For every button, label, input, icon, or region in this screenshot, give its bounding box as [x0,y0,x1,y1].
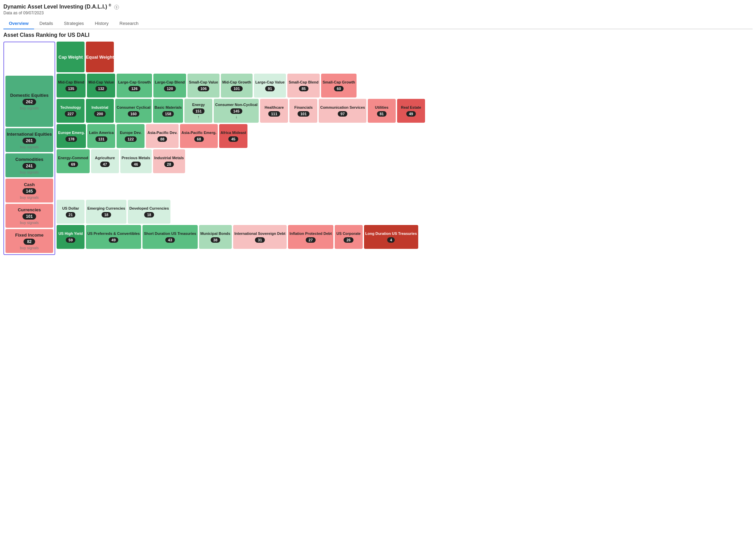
left-column: Domestic Equities 262 buy signals Intern… [3,42,55,255]
cell-asia-pacific-dev[interactable]: Asia-Pacific Dev. 88 [146,124,179,148]
fixed-income-badge: 82 [24,239,35,245]
tab-research[interactable]: Research [114,18,144,29]
intl-equities-badge: 261 [22,138,36,144]
left-item-cash[interactable]: Cash 145 buy signals [5,179,53,202]
title-text: Dynamic Asset Level Investing (D.A.L.I.) [3,4,107,10]
cell-communication-services[interactable]: Communication Services 97 [319,99,366,123]
cell-developed-currencies[interactable]: Developed Currencies 18 [128,200,170,224]
cell-basic-materials[interactable]: Basic Materials 158 [153,99,183,123]
intl-equities-label: International Equities [7,132,52,137]
cash-signals: buy signals [20,195,39,199]
cell-us-preferreds[interactable]: US Preferreds & Convertibles 49 [86,225,141,249]
cell-us-dollar[interactable]: US Dollar 21 [57,200,85,224]
app-title: Dynamic Asset Level Investing (D.A.L.I.)… [3,3,753,10]
cell-large-cap-growth[interactable]: Large-Cap Growth 126 [117,74,152,97]
cap-weight-header[interactable]: Cap Weight [57,42,85,72]
cell-inflation-protected-debt[interactable]: Inflation Protected Debt 27 [288,225,333,249]
cell-long-duration-treasuries[interactable]: Long Duration US Treasuries 4 [364,225,419,249]
cell-agriculture[interactable]: Agriculture 47 [91,149,119,173]
currencies-badge: 101 [22,213,36,220]
left-item-domestic-equities[interactable]: Domestic Equities 262 buy signals [5,76,53,127]
cell-precious-metals[interactable]: Precious Metals 46 [120,149,152,173]
cell-energy[interactable]: Energy 151 ↑ [184,99,212,123]
cell-small-cap-value[interactable]: Small-Cap Value 106 [187,74,220,97]
cell-emerging-currencies[interactable]: Emerging Currencies 18 [86,200,126,224]
tab-overview[interactable]: Overview [3,18,34,29]
cell-short-duration-treasuries[interactable]: Short Duration US Treasuries 43 [142,225,197,249]
fixed-income-row1: US High Yield 59 US Preferreds & Convert… [57,225,753,249]
info-icon[interactable]: ? [114,5,119,10]
app-header: Dynamic Asset Level Investing (D.A.L.I.)… [3,3,753,15]
cell-mid-cap-blend[interactable]: Mid-Cap Blend 135 [57,74,86,97]
intl-eq-row1: Europe Emerg. 178 Latin America 131 Euro… [57,124,753,148]
currencies-row1: US Dollar 21 Emerging Currencies 18 Deve… [57,200,753,224]
commodities-badge: 241 [22,163,36,169]
tab-details[interactable]: Details [34,18,59,29]
cell-latin-america[interactable]: Latin America 131 [87,124,115,148]
section-title: Asset Class Ranking for US DALI [3,32,753,38]
cell-financials[interactable]: Financials 101 [289,99,317,123]
tab-strategies[interactable]: Strategies [59,18,90,29]
left-item-intl-equities[interactable]: International Equities 261 buy signals [5,128,53,152]
data-date: Data as of 09/07/2023 [3,11,753,15]
cell-small-cap-growth[interactable]: Small-Cap Growth 60 [321,74,356,97]
cell-mid-cap-value[interactable]: Mid-Cap Value 132 [87,74,115,97]
commodities-label: Commodities [15,157,43,162]
cell-mid-cap-growth[interactable]: Mid-Cap Growth 101 [221,74,253,97]
cell-us-high-yield[interactable]: US High Yield 59 [57,225,85,249]
fixed-income-label: Fixed Income [15,232,44,238]
left-item-currencies[interactable]: Currencies 101 buy signals [5,204,53,228]
tab-bar: Overview Details Strategies History Rese… [3,18,753,29]
domestic-equities-badge: 262 [22,99,36,105]
currencies-signals: buy signals [20,221,39,225]
right-columns: Cap Weight Equal Weight Mid-Cap Blend 13… [57,42,753,255]
cell-real-estate[interactable]: Real Estate 49 [397,99,425,123]
cell-technology[interactable]: Technology 227 [57,99,85,123]
domestic-eq-row1: Mid-Cap Blend 135 Mid-Cap Value 132 Larg… [57,74,753,97]
cell-europe-dev[interactable]: Europe Dev. 122 [117,124,145,148]
cell-industrial[interactable]: Industrial 200 [86,99,114,123]
cell-large-cap-blend[interactable]: Large-Cap Blend 120 [153,74,186,97]
cell-europe-emerg[interactable]: Europe Emerg. 178 [57,124,86,148]
ranking-grid: Domestic Equities 262 buy signals Intern… [3,42,753,255]
fixed-income-signals: buy signals [20,246,39,250]
cell-consumer-cyclical[interactable]: Consumer Cyclical 160 [115,99,152,123]
tab-history[interactable]: History [89,18,114,29]
cell-intl-sovereign-debt[interactable]: International Sovereign Debt 31 [233,225,287,249]
cash-row1 [57,175,753,198]
domestic-eq-row2: Technology 227 Industrial 200 Consumer C… [57,99,753,123]
commodities-signals: buy signals [20,170,39,174]
cell-consumer-non-cyclical[interactable]: Consumer Non-Cyclical 145 ↓ [214,99,259,123]
cell-municipal-bonds[interactable]: Municipal Bonds 38 [199,225,232,249]
cash-badge: 145 [22,188,36,194]
left-item-commodities[interactable]: Commodities 241 buy signals [5,153,53,177]
cell-africa-mideast[interactable]: Africa Mideast 45 [219,124,247,148]
cash-label: Cash [24,182,35,187]
cell-small-cap-blend[interactable]: Small-Cap Blend 85 [287,74,320,97]
domestic-equities-label: Domestic Equities [10,93,49,98]
commodities-row1: Energy-Commod 69 Agriculture 47 Precious… [57,149,753,173]
header-row: Cap Weight Equal Weight [57,42,753,72]
cell-industrial-metals[interactable]: Industrial Metals 28 [153,149,185,173]
registered-mark: ® [109,3,111,7]
cell-energy-commod[interactable]: Energy-Commod 69 [57,149,90,173]
intl-equities-signals: buy signals [20,145,39,149]
domestic-equities-signals: buy signals [20,106,39,110]
cell-utilities[interactable]: Utilities 81 [368,99,396,123]
cell-large-cap-value[interactable]: Large-Cap Value 91 [254,74,286,97]
cell-asia-pacific-emerg[interactable]: Asia-Pacific Emerg. 68 [180,124,218,148]
cell-us-corporate[interactable]: US Corporate 26 [335,225,363,249]
currencies-label: Currencies [18,207,41,212]
left-item-fixed-income[interactable]: Fixed Income 82 buy signals [5,229,53,253]
cell-healthcare[interactable]: Healthcare 111 [260,99,288,123]
equal-weight-header[interactable]: Equal Weight [86,42,114,72]
